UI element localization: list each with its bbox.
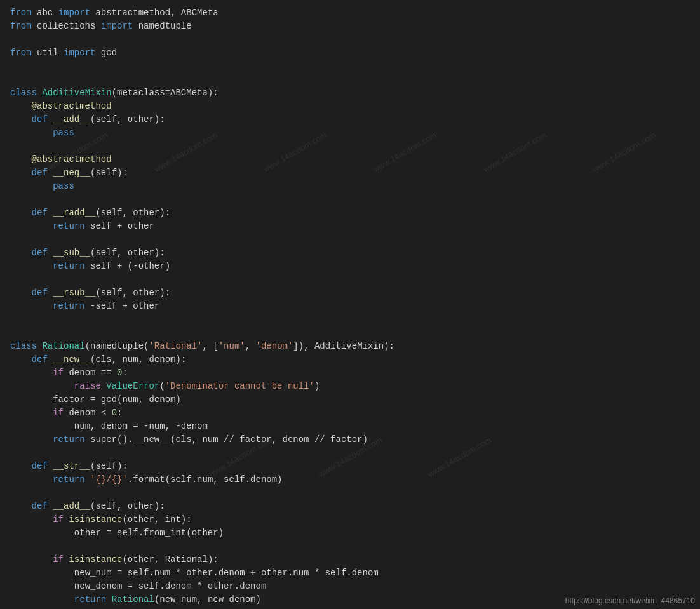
code-line: if denom < 0: [10, 406, 690, 420]
code-line: def __add__(self, other): [10, 500, 690, 513]
code-line: class AdditiveMixin(metaclass=ABCMeta): [10, 86, 690, 100]
code-line: def __radd__(self, other): [10, 206, 690, 220]
code-line [10, 313, 690, 326]
code-line [10, 60, 690, 73]
code-line: new_num = self.num * other.denom + other… [10, 566, 690, 580]
code-line: new_denom = self.denom * other.denom [10, 580, 690, 593]
code-line: def __new__(cls, num, denom): [10, 353, 690, 366]
code-line: if denom == 0: [10, 366, 690, 380]
code-line: def __neg__(self): [10, 166, 690, 180]
code-line: return super().__new__(cls, num // facto… [10, 433, 690, 446]
code-line: return self + other [10, 220, 690, 233]
code-line [10, 486, 690, 500]
code-line: factor = gcd(num, denom) [10, 393, 690, 406]
code-line: other = self.from_int(other) [10, 526, 690, 540]
code-line: raise ValueError('Denominator cannot be … [10, 380, 690, 393]
code-line: return self + (-other) [10, 260, 690, 273]
code-line: def __sub__(self, other): [10, 246, 690, 260]
code-editor: from abc import abstractmethod, ABCMetaf… [0, 0, 700, 609]
code-line: class Rational(namedtuple('Rational', ['… [10, 340, 690, 353]
code-line [10, 540, 690, 553]
code-line: @abstractmethod [10, 153, 690, 166]
code-line [10, 273, 690, 286]
code-line: return -self + other [10, 300, 690, 313]
code-line: if isinstance(other, Rational): [10, 553, 690, 566]
code-line [10, 140, 690, 153]
code-line [10, 233, 690, 246]
code-line: def __add__(self, other): [10, 113, 690, 126]
url-bar: https://blog.csdn.net/weixin_44865710 [560, 592, 700, 609]
code-line: def __rsub__(self, other): [10, 286, 690, 300]
code-line [10, 33, 690, 46]
code-line [10, 73, 690, 86]
code-line: from util import gcd [10, 46, 690, 60]
code-line: def __str__(self): [10, 460, 690, 473]
code-line: num, denom = -num, -denom [10, 420, 690, 433]
code-line: from collections import namedtuple [10, 20, 690, 33]
code-line: return '{}/{}'.format(self.num, self.den… [10, 473, 690, 486]
code-line [10, 326, 690, 340]
code-line: from abc import abstractmethod, ABCMeta [10, 6, 690, 20]
code-line [10, 446, 690, 460]
code-line: pass [10, 180, 690, 193]
code-line: @abstractmethod [10, 100, 690, 113]
code-line [10, 193, 690, 206]
code-line: pass [10, 126, 690, 140]
code-line: if isinstance(other, int): [10, 513, 690, 526]
